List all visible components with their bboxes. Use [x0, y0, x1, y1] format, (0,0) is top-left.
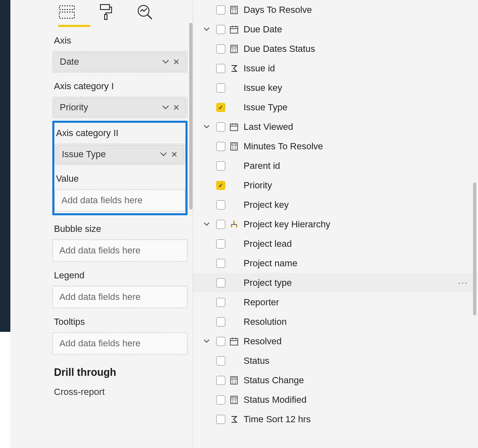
- axis-cat1-well[interactable]: Priority: [52, 97, 188, 118]
- field-checkbox[interactable]: [216, 122, 225, 131]
- chevron-down-icon[interactable]: [202, 122, 211, 131]
- legend-label: Legend: [54, 270, 188, 281]
- tab-fields[interactable]: [58, 3, 76, 21]
- field-checkbox[interactable]: [216, 142, 225, 151]
- axis-label: Axis: [54, 35, 188, 46]
- field-label: Parent id: [244, 161, 472, 171]
- field-row[interactable]: Reporter: [193, 292, 478, 312]
- chevron-down-icon[interactable]: [202, 337, 211, 346]
- field-row[interactable]: Project key Hierarchy: [193, 214, 478, 234]
- field-row[interactable]: Status Modified: [193, 390, 478, 409]
- analytics-magnifier-icon: [137, 4, 153, 20]
- svg-rect-40: [232, 378, 236, 380]
- field-label: Due Date: [244, 24, 472, 35]
- close-icon[interactable]: [171, 102, 182, 113]
- chevron-down-icon[interactable]: [202, 25, 211, 34]
- legend-dropzone[interactable]: Add data fields here: [54, 287, 186, 307]
- svg-point-10: [232, 12, 233, 13]
- field-checkbox[interactable]: [216, 103, 225, 112]
- svg-rect-2: [100, 5, 110, 10]
- field-checkbox[interactable]: [216, 259, 225, 268]
- field-checkbox[interactable]: [216, 278, 225, 287]
- field-checkbox[interactable]: [216, 337, 225, 346]
- viz-tabs: [52, 3, 188, 25]
- chevron-down-icon[interactable]: [160, 56, 171, 67]
- calc-icon: [229, 5, 239, 15]
- field-row[interactable]: Status Change: [193, 370, 478, 390]
- field-row[interactable]: Minutes To Resolve: [193, 136, 478, 156]
- tooltips-well[interactable]: Add data fields here: [52, 332, 188, 355]
- close-icon[interactable]: [171, 56, 182, 67]
- field-row[interactable]: Issue id: [193, 58, 478, 78]
- field-checkbox[interactable]: [216, 395, 225, 404]
- field-row[interactable]: Parent id: [193, 156, 478, 175]
- tooltips-label: Tooltips: [54, 317, 188, 327]
- canvas-edge-light: [10, 0, 46, 448]
- field-row[interactable]: Issue Type: [193, 97, 478, 117]
- active-tab-underline: [58, 25, 90, 27]
- field-checkbox[interactable]: [216, 200, 225, 209]
- tab-format[interactable]: [97, 3, 115, 21]
- svg-point-44: [235, 382, 236, 383]
- field-checkbox[interactable]: [216, 181, 225, 190]
- field-row[interactable]: Project key: [193, 195, 478, 214]
- chevron-down-icon[interactable]: [202, 220, 211, 229]
- axis-field-chip[interactable]: Date: [54, 52, 186, 71]
- field-checkbox[interactable]: [216, 83, 225, 93]
- field-row[interactable]: Status: [193, 351, 478, 370]
- field-checkbox[interactable]: [216, 298, 225, 307]
- field-checkbox[interactable]: [216, 376, 225, 385]
- viz-scrollbar[interactable]: [189, 23, 193, 209]
- field-row[interactable]: Due Date: [193, 19, 478, 39]
- field-label: Days To Resolve: [244, 5, 472, 15]
- chevron-down-icon[interactable]: [158, 149, 169, 160]
- field-row[interactable]: Time Sort 12 hrs: [193, 409, 478, 429]
- more-icon[interactable]: ···: [458, 278, 472, 288]
- field-row[interactable]: Resolution: [193, 312, 478, 331]
- legend-well[interactable]: Add data fields here: [52, 286, 188, 308]
- field-row[interactable]: Project type···: [193, 273, 478, 292]
- field-row[interactable]: Resolved: [193, 331, 478, 351]
- close-icon[interactable]: [169, 149, 180, 160]
- axis-well[interactable]: Date: [52, 51, 188, 73]
- field-label: Resolved: [244, 336, 472, 347]
- field-checkbox[interactable]: [216, 317, 225, 326]
- bubble-well[interactable]: Add data fields here: [52, 239, 188, 262]
- field-label: Status: [244, 355, 472, 366]
- field-checkbox[interactable]: [216, 44, 225, 54]
- field-label: Resolution: [244, 317, 472, 327]
- fields-scrollbar[interactable]: [473, 183, 476, 315]
- svg-point-9: [235, 10, 236, 11]
- field-checkbox[interactable]: [216, 415, 225, 424]
- fields-panel: Days To ResolveDue DateDue Dates StatusI…: [193, 0, 478, 448]
- axis-cat2-field-chip[interactable]: Issue Type: [56, 145, 184, 164]
- bubble-dropzone[interactable]: Add data fields here: [54, 241, 186, 261]
- axis-cat2-well[interactable]: Issue Type: [54, 144, 185, 165]
- field-row[interactable]: Due Dates Status: [193, 39, 478, 58]
- svg-point-18: [232, 49, 233, 50]
- axis-cat1-field-chip[interactable]: Priority: [54, 98, 186, 117]
- field-label: Project key: [244, 200, 472, 210]
- calc-icon: [229, 375, 239, 386]
- field-checkbox[interactable]: [216, 220, 225, 229]
- field-checkbox[interactable]: [216, 64, 225, 73]
- field-checkbox[interactable]: [216, 239, 225, 248]
- field-row[interactable]: Last Viewed: [193, 117, 478, 136]
- field-checkbox[interactable]: [216, 25, 225, 34]
- field-row[interactable]: Days To Resolve: [193, 0, 478, 19]
- field-checkbox[interactable]: [216, 356, 225, 365]
- field-checkbox[interactable]: [216, 5, 225, 15]
- svg-rect-34: [236, 226, 237, 227]
- svg-rect-22: [230, 124, 238, 131]
- field-checkbox[interactable]: [216, 161, 225, 170]
- field-row[interactable]: Project name: [193, 253, 478, 273]
- tooltips-dropzone[interactable]: Add data fields here: [54, 334, 186, 353]
- field-label: Project type: [244, 278, 458, 288]
- value-dropzone[interactable]: Add data fields here: [56, 190, 184, 210]
- chevron-down-icon[interactable]: [160, 102, 171, 113]
- field-row[interactable]: Priority: [193, 175, 478, 195]
- field-row[interactable]: Issue key: [193, 78, 478, 97]
- value-well[interactable]: Add data fields here: [54, 189, 185, 212]
- tab-analytics[interactable]: [136, 3, 154, 21]
- field-row[interactable]: Project lead: [193, 234, 478, 253]
